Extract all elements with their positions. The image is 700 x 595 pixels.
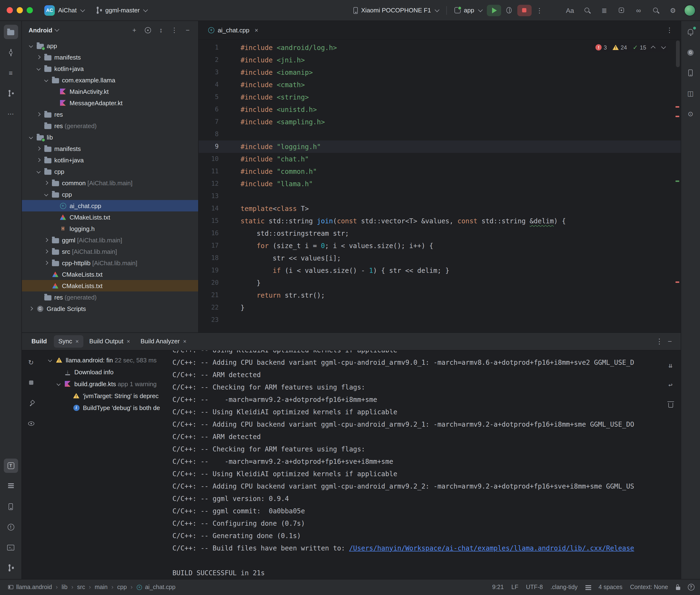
tree-item-manifests[interactable]: manifests bbox=[22, 51, 198, 63]
user-avatar[interactable] bbox=[684, 4, 695, 16]
breadcrumb-llama-android[interactable]: llama.android bbox=[6, 583, 54, 591]
code-line-18[interactable]: 18 str << values[i]; bbox=[199, 252, 680, 264]
tree-item-app[interactable]: app bbox=[22, 40, 198, 51]
error-stripe-mark[interactable] bbox=[675, 116, 679, 117]
chevron-right-icon[interactable] bbox=[42, 250, 51, 253]
code-line-19[interactable]: 19 if (i < values.size() - 1) { str << d… bbox=[199, 264, 680, 277]
tree-item-messageadapter-kt[interactable]: MessageAdapter.kt bbox=[22, 97, 198, 109]
device-selector[interactable]: Xiaomi POCOPHONE F1 bbox=[349, 5, 442, 16]
statusbar-ai-context[interactable]: Context: None bbox=[630, 584, 668, 591]
project-folder-button[interactable] bbox=[4, 25, 18, 39]
tree-item-res[interactable]: res (generated) bbox=[22, 291, 198, 303]
breadcrumb-ai-chat-cpp[interactable]: ai_chat.cpp bbox=[135, 583, 177, 591]
chevron-down-icon[interactable] bbox=[54, 382, 63, 385]
line-number[interactable]: 15 bbox=[199, 215, 219, 227]
tree-item-lib[interactable]: lib bbox=[22, 132, 198, 143]
expand-all-button[interactable]: ↕ bbox=[155, 24, 167, 36]
run-button[interactable] bbox=[486, 4, 501, 16]
terminal-button[interactable]: >_ bbox=[4, 540, 18, 555]
chevron-down-icon[interactable] bbox=[34, 170, 43, 173]
line-number[interactable]: 16 bbox=[199, 227, 219, 239]
tree-item-common[interactable]: common [AiChat.lib.main] bbox=[22, 177, 198, 189]
line-number[interactable]: 2 bbox=[199, 54, 219, 66]
link-share-button[interactable]: ∞ bbox=[632, 4, 646, 16]
chevron-down-icon[interactable] bbox=[27, 44, 35, 47]
statusbar-caret-position[interactable]: 9:21 bbox=[492, 584, 504, 591]
build-console[interactable]: C/C++: -- Using KleidiAI optimized kerne… bbox=[168, 350, 680, 579]
filter-messages-button[interactable] bbox=[25, 417, 37, 430]
code-line-16[interactable]: 16 std::ostringstream str; bbox=[199, 227, 680, 239]
code-line-9[interactable]: 9#include "logging.h" bbox=[199, 140, 680, 153]
line-number[interactable]: 21 bbox=[199, 289, 219, 302]
error-stripe-mark[interactable] bbox=[675, 106, 679, 108]
todo-list-button[interactable]: ≣ bbox=[597, 4, 611, 16]
more-run-options-button[interactable]: ⋮ bbox=[532, 4, 547, 16]
tree-item-manifests[interactable]: manifests bbox=[22, 143, 198, 154]
sync-again-button[interactable]: ↻ bbox=[25, 356, 37, 368]
build-tab-build-output[interactable]: Build Output× bbox=[85, 335, 135, 347]
suspend-button[interactable] bbox=[25, 376, 37, 389]
breadcrumb-cpp[interactable]: cpp bbox=[115, 583, 129, 591]
change-stripe-mark[interactable] bbox=[675, 180, 679, 182]
code-editor[interactable]: 1#include <android/log.h>2#include <jni.… bbox=[199, 39, 680, 332]
tree-item-res[interactable]: res bbox=[22, 109, 198, 120]
line-number[interactable]: 19 bbox=[199, 264, 219, 277]
line-number[interactable]: 12 bbox=[199, 178, 219, 190]
build-tab-build-analyzer[interactable]: Build Analyzer× bbox=[136, 335, 191, 347]
version-control-button[interactable] bbox=[4, 561, 18, 575]
tree-item-kotlin-java[interactable]: kotlin+java bbox=[22, 63, 198, 74]
statusbar-indent-style[interactable]: 4 spaces bbox=[598, 584, 622, 591]
next-issue-icon[interactable] bbox=[661, 44, 666, 49]
chevron-down-icon[interactable] bbox=[34, 67, 43, 70]
breadcrumb-lib[interactable]: lib bbox=[60, 583, 69, 591]
inspections-widget[interactable]: ! 3 24 ✓ 15 bbox=[592, 42, 668, 52]
line-number[interactable]: 9 bbox=[199, 140, 219, 153]
tree-item-cmakelists-txt[interactable]: CMakeLists.txt bbox=[22, 280, 198, 291]
tree-item-com-example-llama[interactable]: com.example.llama bbox=[22, 74, 198, 86]
tree-item-res[interactable]: res (generated) bbox=[22, 120, 198, 132]
tree-item-download-info[interactable]: Download info bbox=[40, 366, 168, 378]
tree-item-ai-chat-cpp[interactable]: ai_chat.cpp bbox=[22, 200, 198, 211]
scroll-to-end-button[interactable]: ⇊ bbox=[664, 359, 677, 371]
tree-item-jvmtarget-string-is-deprec[interactable]: 'jvmTarget: String' is deprec bbox=[40, 390, 168, 402]
tree-item-src[interactable]: src [AiChat.lib.main] bbox=[22, 246, 198, 257]
pin-tab-button[interactable] bbox=[25, 397, 37, 409]
code-line-7[interactable]: 7#include <sampling.h> bbox=[199, 116, 680, 128]
code-line-21[interactable]: 21 return str.str(); bbox=[199, 289, 680, 302]
minimize-window-button[interactable] bbox=[17, 7, 23, 13]
statusbar-line-separator[interactable]: LF bbox=[511, 584, 518, 591]
plugins-button[interactable] bbox=[614, 4, 628, 16]
line-number[interactable]: 4 bbox=[199, 79, 219, 91]
code-line-6[interactable]: 6#include <unistd.h> bbox=[199, 103, 680, 116]
tree-item-cpp-httplib[interactable]: cpp-httplib [AiChat.lib.main] bbox=[22, 257, 198, 268]
app-quality-insights-button[interactable]: ⊙ bbox=[683, 107, 698, 121]
search-everywhere-button[interactable] bbox=[648, 4, 663, 16]
code-line-20[interactable]: 20 } bbox=[199, 277, 680, 289]
line-number[interactable]: 22 bbox=[199, 302, 219, 314]
tree-item-kotlin-java[interactable]: kotlin+java bbox=[22, 154, 198, 166]
line-number[interactable]: 18 bbox=[199, 252, 219, 264]
line-number[interactable]: 23 bbox=[199, 314, 219, 326]
editor-tab-ai-chat-cpp[interactable]: ai_chat.cpp × bbox=[202, 21, 264, 39]
line-number[interactable]: 8 bbox=[199, 128, 219, 140]
tree-item-ggml[interactable]: ggml [AiChat.lib.main] bbox=[22, 234, 198, 246]
line-number[interactable]: 14 bbox=[199, 202, 219, 215]
chevron-right-icon[interactable] bbox=[42, 181, 51, 184]
line-number[interactable]: 10 bbox=[199, 153, 219, 165]
chevron-down-icon[interactable] bbox=[42, 79, 51, 81]
line-number[interactable]: 1 bbox=[199, 41, 219, 54]
commit-button[interactable] bbox=[4, 45, 18, 59]
tree-item-cpp[interactable]: cpp bbox=[22, 166, 198, 177]
code-line-4[interactable]: 4#include <cmath> bbox=[199, 79, 680, 91]
chevron-right-icon[interactable] bbox=[42, 261, 51, 264]
translation-tool-button[interactable]: T bbox=[4, 458, 18, 473]
code-line-22[interactable]: 22} bbox=[199, 302, 680, 314]
tree-item-llama-android-fin[interactable]: llama.android: fin 22 sec, 583 ms bbox=[40, 354, 168, 366]
tree-item-gradle-scripts[interactable]: GGradle Scripts bbox=[22, 303, 198, 314]
structure-button[interactable]: ≡ bbox=[4, 66, 18, 80]
resource-manager-button[interactable] bbox=[4, 479, 18, 493]
error-stripe-mark[interactable] bbox=[675, 281, 679, 283]
editor-tab-options-icon[interactable]: ⋮ bbox=[662, 26, 677, 34]
project-view-selector[interactable]: Android bbox=[29, 26, 52, 34]
close-tab-icon[interactable]: × bbox=[255, 26, 258, 34]
